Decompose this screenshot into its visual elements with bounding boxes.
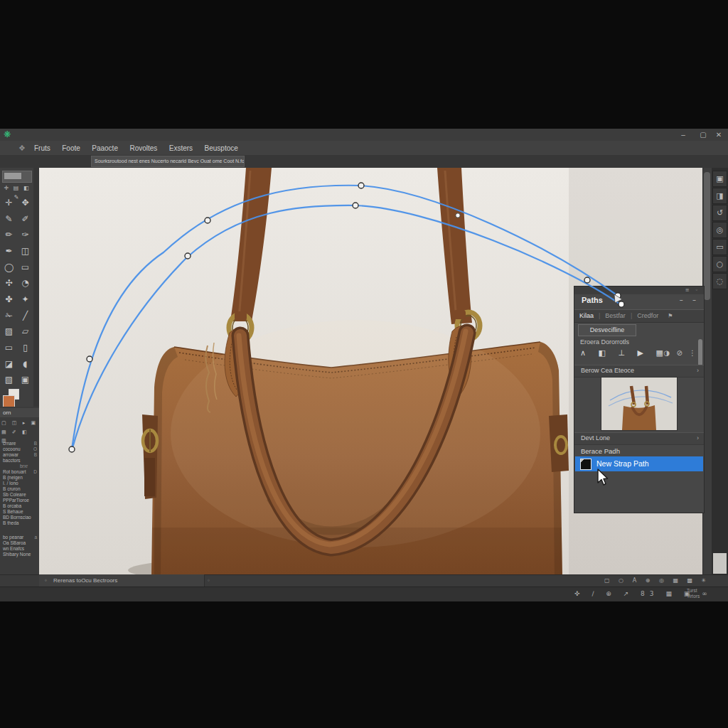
image-panel-icon[interactable]: ▣	[712, 171, 727, 187]
list-item-label: BD Bornsciao	[3, 515, 31, 520]
tab-bestfar[interactable]: Bestfar	[600, 310, 631, 321]
line-tool[interactable]: ╱	[17, 308, 33, 323]
list-item-label: bacctors	[3, 458, 21, 464]
menu-item-4[interactable]: Rovoltes	[125, 141, 161, 156]
list-item-label: cocoonu	[3, 446, 21, 452]
dent-row[interactable]: Devt Lone ›	[574, 432, 704, 445]
list-item[interactable]: I. / Iono	[0, 481, 39, 486]
bottom-label-line2: Tirtors	[687, 594, 700, 599]
bottom-label-line1: Turst	[687, 588, 700, 594]
rect-tool[interactable]: ▭	[1, 340, 17, 355]
list-item[interactable]: Shibary None	[0, 552, 39, 557]
brush-tool[interactable]: ✣	[1, 275, 17, 291]
panel-collapse-icons[interactable]: – –	[680, 296, 700, 304]
wand-tool[interactable]: ✐	[17, 211, 33, 227]
tab-credfor[interactable]: Credfor	[632, 310, 663, 321]
close-button[interactable]: ✕	[711, 129, 727, 141]
list-item[interactable]: brxr	[0, 464, 39, 469]
flag-icon[interactable]: ⚑	[663, 311, 673, 322]
status-message: Rerenas toOcu Bectroors	[53, 574, 117, 587]
list-item[interactable]: BD Bornsciao	[0, 515, 39, 520]
layers-panel-header: orn	[0, 408, 39, 417]
frame-tool[interactable]: ▭	[17, 259, 33, 275]
panel-drag-bar[interactable]	[574, 287, 704, 294]
status-bullet-icon: ◦	[44, 574, 48, 587]
list-item[interactable]: wn Enafcs	[0, 546, 39, 552]
menu-item-3[interactable]: Paaocte	[87, 141, 122, 156]
menu-items: Fruts Foote Paaocte Rovoltes Exsters Beu…	[30, 141, 242, 156]
list-item[interactable]: B theda	[0, 520, 39, 526]
chevron-right-icon: ›	[697, 365, 699, 376]
minimize-button[interactable]: –	[675, 129, 691, 141]
menu-item-6[interactable]: Beusptoce	[200, 141, 242, 156]
eye-tool[interactable]: ◔	[17, 275, 33, 291]
marquee-tool[interactable]: ✥	[17, 195, 33, 210]
layers-panel-toolbar-row2[interactable]: ▤ ✐ ◧ ▥	[1, 428, 38, 437]
scroll-corner-button[interactable]	[713, 553, 727, 574]
list-item-label: B (neigen	[3, 475, 23, 481]
list-item[interactable]: B cruron	[0, 486, 39, 492]
list-item[interactable]: S Behaue	[0, 509, 39, 515]
list-item[interactable]: cocoonu O	[0, 446, 39, 452]
stamp-tool[interactable]: ✑	[17, 227, 33, 242]
layers-panel-toolbar-row1[interactable]: ▢ ◫ ▸ ▣	[1, 419, 38, 427]
path-tool-icons[interactable]: ∧ ◧ ⊥ ▶ ▦	[580, 348, 668, 358]
zoom-tool[interactable]: ◯	[1, 259, 17, 275]
path-row-new-strap-path[interactable]: New Strap Path	[575, 456, 703, 471]
pattern-tool[interactable]: ▧	[1, 372, 17, 387]
path-option-icons[interactable]: ◑ ⊘ ⋮	[664, 349, 698, 357]
card-tool[interactable]: ▯	[17, 340, 33, 355]
panel-scrollbar-thumb[interactable]	[698, 339, 702, 366]
berace-path-label: Berace Padh	[581, 447, 620, 455]
rect-panel-icon[interactable]: ▭	[712, 239, 727, 255]
knife-tool[interactable]: ✁	[1, 308, 17, 323]
path-preview-thumbnail[interactable]	[601, 378, 677, 430]
scrollbar-thumb[interactable]	[704, 172, 710, 300]
list-item[interactable]: bacctors	[0, 458, 39, 464]
mask-panel-icon[interactable]: ◌	[712, 273, 727, 289]
swatch-tool[interactable]: ▣	[17, 372, 33, 387]
list-item[interactable]: bo peanar a	[0, 535, 39, 540]
export-row[interactable]: Berow Cea Eteoce ›	[574, 365, 704, 378]
list-item-badge: O	[33, 446, 37, 452]
list-item[interactable]: Sb Coleare	[0, 492, 39, 498]
paths-panel-tabs: Kilaa|Bestfar|Credfor⚑	[574, 309, 704, 323]
list-item[interactable]: B (neigen	[0, 475, 39, 481]
toolbar-mini-strip[interactable]: ✛ ▤ ◧ ✎	[1, 183, 33, 193]
description-button[interactable]: Desvecifline	[578, 324, 636, 336]
list-item[interactable]: Oa SBaroa	[0, 540, 39, 546]
list-item[interactable]: B orcaba	[0, 503, 39, 509]
list-item[interactable]: arrowar B	[0, 452, 39, 458]
list-item[interactable]: crnare B	[0, 441, 39, 446]
heal-tool[interactable]: ✤	[1, 291, 17, 307]
list-item-badge: B	[34, 452, 37, 458]
panel-window-icons[interactable]: ≡ ◦	[685, 287, 700, 294]
menu-item-1[interactable]: Fruts	[30, 141, 55, 156]
perspective-tool[interactable]: ▱	[17, 323, 33, 339]
toolbar-gap	[33, 168, 39, 407]
menu-item-2[interactable]: Foote	[58, 141, 85, 156]
pen-tool[interactable]: ✒	[1, 243, 17, 259]
list-item[interactable]: Rot boruart D	[0, 469, 39, 475]
curve-tool[interactable]: ◖	[17, 356, 33, 372]
eraser-tool[interactable]: ▨	[1, 323, 17, 339]
paths-panel: ≡ ◦ Paths – – Kilaa|Bestfar|Credfor⚑ Des…	[574, 286, 705, 513]
status-bar-icons[interactable]: ▢ ○ A ⊕ ◎ ▦ ▩ ✳	[604, 574, 710, 587]
menu-bar-icon: ❖	[18, 141, 26, 155]
maximize-button[interactable]: ▢	[695, 129, 711, 141]
ellipse-panel-icon[interactable]: ○	[712, 256, 727, 272]
move-tool[interactable]: ✛	[1, 195, 17, 210]
list-item-label: arrowar	[3, 452, 18, 458]
list-item[interactable]: PPParTioroe	[0, 498, 39, 503]
clone-panel-icon[interactable]: ◎	[712, 222, 727, 238]
adjust-panel-icon[interactable]: ◨	[712, 188, 727, 204]
lasso-tool[interactable]: ✎	[1, 211, 17, 227]
crop-tool[interactable]: ✏	[1, 227, 17, 242]
history-panel-icon[interactable]: ↺	[712, 205, 727, 221]
menu-item-5[interactable]: Exsters	[165, 141, 197, 156]
tab-kilaa[interactable]: Kilaa	[574, 310, 599, 321]
foreground-color-swatch[interactable]	[3, 395, 15, 407]
spark-tool[interactable]: ✦	[17, 291, 33, 307]
fill-tool[interactable]: ◪	[1, 356, 17, 372]
shape-tool[interactable]: ◫	[17, 243, 33, 259]
